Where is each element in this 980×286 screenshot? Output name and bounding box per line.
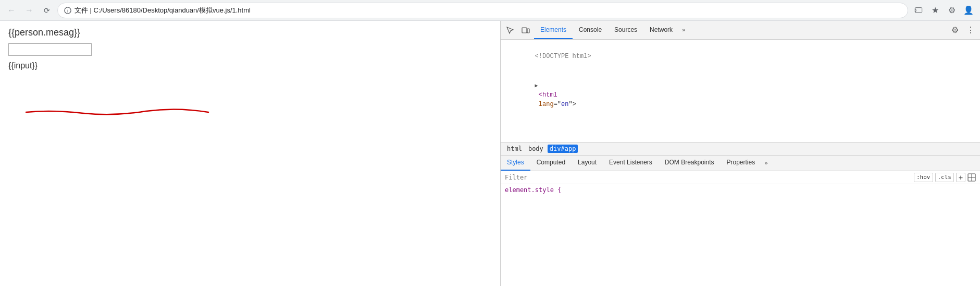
tab-network[interactable]: Network — [643, 21, 679, 39]
filter-hover-badge[interactable]: :hov — [914, 173, 933, 182]
main-area: {{person.mesag}} {{input}} Elements — [0, 21, 980, 286]
devtools-toolbar: Elements Console Sources Network » ⚙ ⋮ — [501, 21, 980, 40]
svg-text:i: i — [67, 8, 68, 13]
secure-icon: i — [64, 7, 71, 14]
breadcrumb-body[interactable]: body — [526, 145, 545, 153]
devtools-tabs: Elements Console Sources Network » — [534, 21, 947, 39]
element-style-selector: element.style { — [505, 186, 561, 194]
back-button[interactable]: ← — [4, 3, 19, 18]
page-text1: {{person.mesag}} — [8, 27, 492, 38]
page-input[interactable] — [8, 43, 92, 56]
address-bar[interactable]: i 文件 | C:/Users/86180/Desktop/qianduan/模… — [57, 3, 908, 18]
address-text: 文件 | C:/Users/86180/Desktop/qianduan/模拟v… — [75, 6, 901, 15]
tab-elements[interactable]: Elements — [534, 21, 573, 39]
filter-cls-badge[interactable]: .cls — [935, 173, 954, 182]
extensions-button[interactable]: ⚙ — [945, 3, 959, 18]
devtools-bottom-tabs: Styles Computed Layout Event Listeners D… — [501, 156, 980, 171]
bottom-tab-styles[interactable]: Styles — [501, 156, 530, 171]
devtools-filter-bar: :hov .cls + — [501, 171, 980, 184]
filter-badges: :hov .cls + — [914, 173, 976, 182]
browser-actions: ★ ⚙ 👤 — [911, 3, 976, 18]
devtools-menu-button[interactable]: ⋮ — [963, 23, 978, 38]
page-text2: {{input}} — [8, 61, 492, 70]
filter-input[interactable] — [505, 174, 910, 181]
reload-button[interactable]: ⟳ — [40, 3, 54, 18]
html-line-html[interactable]: ▶ <html lang="en"> — [501, 71, 980, 119]
device-toolbar-button[interactable] — [518, 23, 533, 38]
cast-button[interactable] — [911, 3, 926, 18]
devtools-more-tabs-button[interactable]: » — [679, 21, 689, 39]
svg-rect-4 — [527, 29, 529, 33]
devtools-breadcrumb: html body div#app — [501, 142, 980, 156]
bottom-tab-properties[interactable]: Properties — [721, 156, 762, 171]
bottom-tab-computed[interactable]: Computed — [530, 156, 572, 171]
inspect-element-button[interactable] — [503, 23, 517, 38]
bottom-tab-layout[interactable]: Layout — [572, 156, 603, 171]
devtools-style-content: element.style { — [501, 184, 980, 287]
bottom-tab-event-listeners[interactable]: Event Listeners — [603, 156, 659, 171]
filter-layout-icon[interactable] — [967, 173, 976, 182]
devtools-panel: Elements Console Sources Network » ⚙ ⋮ <… — [500, 21, 980, 286]
profile-button[interactable]: 👤 — [961, 3, 976, 18]
browser-chrome: ← → ⟳ i 文件 | C:/Users/86180/Desktop/qian… — [0, 0, 980, 21]
filter-add-button[interactable]: + — [956, 173, 965, 182]
bottom-tab-more-button[interactable]: » — [761, 156, 771, 171]
expand-html[interactable]: ▶ — [535, 83, 538, 89]
html-panel: <!DOCTYPE html> ▶ <html lang="en"> ▶ <he… — [501, 40, 980, 142]
html-line-head[interactable]: ▶ <head>…</head> — [501, 119, 980, 142]
page-content: {{person.mesag}} {{input}} — [0, 21, 500, 286]
devtools-settings-button[interactable]: ⚙ — [948, 23, 962, 38]
svg-rect-3 — [522, 28, 527, 33]
html-line-doctype[interactable]: <!DOCTYPE html> — [501, 42, 980, 71]
bookmark-button[interactable]: ★ — [928, 3, 942, 18]
red-annotation-line — [21, 102, 219, 123]
bottom-tab-dom-breakpoints[interactable]: DOM Breakpoints — [659, 156, 721, 171]
breadcrumb-div-app[interactable]: div#app — [548, 145, 578, 153]
tab-sources[interactable]: Sources — [608, 21, 643, 39]
breadcrumb-html[interactable]: html — [505, 145, 524, 153]
tab-console[interactable]: Console — [573, 21, 608, 39]
forward-button[interactable]: → — [22, 3, 36, 18]
